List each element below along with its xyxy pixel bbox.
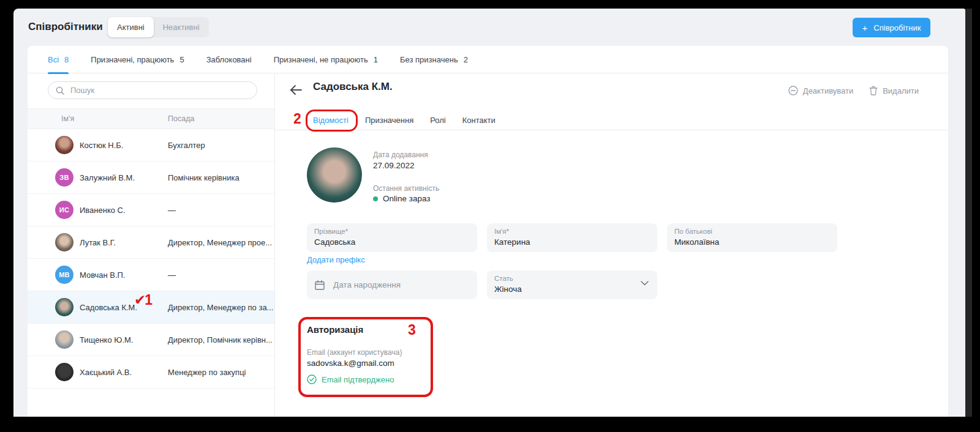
employee-row-1[interactable]: ЗВЗалужний В.М.Помічник керівника bbox=[28, 162, 274, 194]
gender-label: Стать bbox=[494, 275, 650, 282]
employee-name: Мовчан В.П. bbox=[80, 270, 126, 280]
delete-button[interactable]: Видалити bbox=[869, 86, 919, 95]
avatar-photo bbox=[55, 298, 74, 316]
chevron-down-icon bbox=[641, 281, 649, 286]
authorization-heading: Авторизація bbox=[307, 324, 363, 335]
add-prefix-link[interactable]: Додати префікс bbox=[307, 255, 365, 264]
employee-list: Костюк Н.Б.БухгалтерЗВЗалужний В.М.Поміч… bbox=[28, 129, 274, 389]
online-text: Online зараз bbox=[383, 194, 431, 203]
employee-name: Лутак В.Г. bbox=[80, 238, 116, 247]
filter-tab-label: Призначені, не працюють bbox=[274, 55, 368, 64]
employee-position: Менеджер по закупці bbox=[168, 368, 246, 377]
page-title: Співробітники bbox=[28, 21, 103, 33]
employee-row-4[interactable]: МВМовчан В.П.— bbox=[28, 259, 274, 291]
employee-row-5[interactable]: Садовська К.М.Директор, Менеджер по за..… bbox=[28, 291, 274, 324]
filter-tab-2[interactable]: Заблоковані bbox=[206, 46, 252, 73]
filter-tab-count: 2 bbox=[464, 55, 468, 64]
column-name: Ім'я bbox=[61, 114, 74, 123]
search-box[interactable] bbox=[48, 81, 257, 99]
birth-date-placeholder: Дата народження bbox=[333, 280, 401, 289]
filter-tab-label: Без призначень bbox=[400, 55, 458, 64]
employee-row-3[interactable]: Лутак В.Г.Директор, Менеджер прое... bbox=[28, 226, 274, 259]
employee-row-2[interactable]: ИСИваненко С.— bbox=[28, 194, 274, 226]
added-date-label: Дата додавання bbox=[373, 151, 428, 159]
first-name-label: Ім'я* bbox=[494, 228, 650, 235]
employee-name: Садовська К.М. bbox=[80, 303, 137, 312]
search-icon bbox=[56, 86, 64, 95]
employee-avatar-photo bbox=[307, 147, 362, 203]
avatar-initials: ЗВ bbox=[55, 168, 74, 187]
filter-tab-1[interactable]: Призначені, працюють5 bbox=[91, 46, 184, 73]
detail-tab-3[interactable]: Контакти bbox=[462, 110, 496, 130]
employee-name: Тищенко Ю.М. bbox=[80, 335, 133, 344]
filter-tab-4[interactable]: Без призначень2 bbox=[400, 46, 468, 73]
employee-title: Садовська К.М. bbox=[313, 81, 393, 93]
employee-position: Помічник керівника bbox=[168, 173, 239, 182]
filter-tab-label: Всі bbox=[48, 55, 59, 64]
employee-row-6[interactable]: Тищенко Ю.М.Директор, Помічник керівн... bbox=[28, 324, 274, 356]
app-window: Співробітники Активні Неактивні + Співро… bbox=[13, 9, 965, 417]
filter-tab-count: 8 bbox=[64, 55, 69, 64]
employee-row-0[interactable]: Костюк Н.Б.Бухгалтер bbox=[28, 129, 274, 162]
employee-position: — bbox=[168, 206, 176, 215]
last-name-field[interactable]: Прізвище* Садовська bbox=[307, 223, 477, 252]
employee-detail-panel: Садовська К.М. Деактивувати Видалити Від… bbox=[275, 73, 948, 417]
filter-tab-label: Призначені, працюють bbox=[91, 55, 174, 64]
calendar-icon bbox=[314, 280, 325, 291]
email-verified-status: Email підтверджено bbox=[307, 374, 394, 384]
filter-tab-count: 1 bbox=[374, 55, 378, 64]
first-name-field[interactable]: Ім'я* Катерина bbox=[487, 223, 657, 252]
detail-tab-1[interactable]: Призначення bbox=[365, 110, 413, 130]
birth-date-field[interactable]: Дата народження bbox=[307, 270, 477, 299]
filter-tab-0[interactable]: Всі8 bbox=[48, 46, 69, 73]
deactivate-label: Деактивувати bbox=[803, 86, 853, 95]
avatar-initials: МВ bbox=[55, 266, 74, 284]
trash-icon bbox=[869, 86, 878, 95]
employee-position: Директор, Менеджер прое... bbox=[168, 238, 272, 247]
search-input[interactable] bbox=[69, 85, 249, 95]
content-card: Всі8Призначені, працюють5ЗаблокованіПриз… bbox=[28, 46, 948, 417]
minus-circle-icon bbox=[788, 86, 798, 95]
filter-tabs: Всі8Призначені, працюють5ЗаблокованіПриз… bbox=[28, 46, 948, 73]
last-name-value: Садовська bbox=[314, 237, 470, 247]
check-circle-icon bbox=[307, 374, 317, 384]
employee-name: Костюк Н.Б. bbox=[80, 141, 123, 150]
gender-value: Жіноча bbox=[494, 285, 650, 294]
auth-email-label: Email (аккаунт користувача) bbox=[307, 348, 402, 357]
first-name-value: Катерина bbox=[494, 237, 650, 247]
toggle-inactive[interactable]: Неактивні bbox=[154, 17, 209, 37]
avatar-photo bbox=[55, 363, 74, 381]
employee-row-7[interactable]: Хаєцький А.В.Менеджер по закупці bbox=[28, 356, 274, 389]
gender-select[interactable]: Стать Жіноча bbox=[487, 270, 657, 299]
delete-label: Видалити bbox=[883, 86, 919, 95]
avatar-photo bbox=[55, 136, 74, 154]
auth-email-value: sadovska.k@gmail.com bbox=[307, 359, 394, 368]
middle-name-value: Миколаївна bbox=[674, 237, 830, 247]
filter-tab-3[interactable]: Призначені, не працюють1 bbox=[274, 46, 378, 73]
toggle-active[interactable]: Активні bbox=[108, 17, 154, 37]
deactivate-button[interactable]: Деактивувати bbox=[788, 86, 853, 95]
employee-name: Залужний В.М. bbox=[80, 173, 135, 182]
email-verified-label: Email підтверджено bbox=[322, 375, 394, 384]
employee-name: Хаєцький А.В. bbox=[80, 368, 132, 377]
filter-tab-count: 5 bbox=[179, 55, 184, 64]
middle-name-field[interactable]: По батькові Миколаївна bbox=[667, 223, 837, 252]
filter-tab-label: Заблоковані bbox=[206, 55, 252, 64]
active-inactive-toggle: Активні Неактивні bbox=[108, 17, 209, 37]
avatar-photo bbox=[55, 233, 74, 251]
employee-position: Директор, Менеджер по за... bbox=[168, 303, 273, 312]
online-dot-icon bbox=[373, 196, 378, 201]
middle-name-label: По батькові bbox=[674, 228, 830, 235]
employee-position: — bbox=[168, 270, 176, 280]
detail-tab-0[interactable]: Відомості bbox=[313, 110, 349, 130]
window-edge bbox=[965, 9, 972, 417]
employee-position: Директор, Помічник керівн... bbox=[168, 335, 273, 344]
add-employee-button[interactable]: + Співробітник bbox=[853, 18, 930, 37]
added-date-value: 27.09.2022 bbox=[373, 161, 415, 170]
avatar-photo bbox=[55, 330, 74, 349]
last-name-label: Прізвище* bbox=[314, 228, 470, 235]
list-header: Ім'я Посада bbox=[28, 108, 274, 129]
column-position: Посада bbox=[168, 114, 194, 123]
detail-tab-2[interactable]: Ролі bbox=[430, 110, 446, 130]
back-arrow-icon[interactable] bbox=[288, 83, 306, 99]
